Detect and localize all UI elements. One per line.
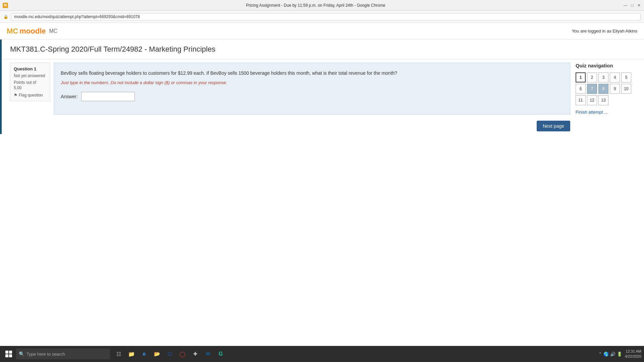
window-controls: — □ ✕	[623, 3, 641, 8]
content-body: Question 1 Not yet answered Points out o…	[0, 59, 644, 118]
grammarly-icon[interactable]: G	[215, 348, 227, 360]
nav-btn-2[interactable]: 2	[587, 72, 597, 82]
flag-label: Flag question	[19, 93, 43, 98]
points-value: 5.00	[14, 85, 47, 90]
taskbar-search[interactable]: 🔍 Type here to search	[16, 349, 110, 359]
calculator-icon[interactable]: ✚	[189, 348, 201, 360]
answer-label: Answer:	[61, 94, 78, 99]
next-page-button[interactable]: Next page	[537, 121, 570, 131]
windows-icon	[5, 351, 12, 357]
lock-icon: 🔒	[3, 14, 8, 19]
maximize-button[interactable]: □	[630, 3, 635, 8]
next-page-row: Next page	[0, 118, 644, 134]
taskbar: 🔍 Type here to search ☷ 📁 e 📂 ⬡ ◯ ✚ ✉ G	[0, 346, 644, 362]
question-hint: Just type in the numbers. Do not include…	[61, 80, 563, 85]
nav-btn-4[interactable]: 4	[610, 72, 620, 82]
flag-icon: ⚑	[14, 93, 17, 98]
question-sidebar: Question 1 Not yet answered Points out o…	[10, 63, 50, 115]
volume-icon[interactable]: 🔊	[610, 352, 615, 357]
logo-moodle-text: moodle	[19, 27, 46, 36]
moodle-logo: MCmoodle MC	[7, 27, 57, 36]
flag-question-btn[interactable]: ⚑ Flag question	[14, 93, 47, 98]
points-label: Points out of	[14, 80, 47, 85]
user-info: You are logged in as Eliyah Atkins	[572, 28, 637, 34]
file-explorer-icon[interactable]: 📁	[125, 348, 138, 360]
question-text: BevBoy sells floating beverage holders t…	[61, 70, 563, 77]
logo-suffix: MC	[49, 28, 57, 34]
browser-title-bar: M Pricing Assignment - Due by 11:59 p.m.…	[0, 0, 644, 11]
answer-row: Answer:	[61, 92, 563, 101]
nav-btn-10[interactable]: 10	[621, 84, 631, 94]
browser-title: Pricing Assignment - Due by 11:59 p.m. o…	[11, 3, 621, 8]
nav-btn-12[interactable]: 12	[587, 95, 597, 105]
taskbar-icons: ☷ 📁 e 📂 ⬡ ◯ ✚ ✉ G	[113, 348, 227, 360]
start-button[interactable]	[3, 348, 15, 360]
system-tray-icons: ⌃ 🌎 🔊 🔋	[598, 352, 622, 357]
moodle-header: MCmoodle MC You are logged in as Eliyah …	[0, 23, 644, 40]
clock-date: 4/22/2020	[625, 354, 641, 359]
chevron-up-icon[interactable]: ⌃	[598, 352, 602, 357]
nav-btn-13[interactable]: 13	[598, 95, 608, 105]
quiz-nav-grid: 1 2 3 4 5 6 7 8 9 10 11 12 13	[576, 72, 637, 105]
question-content-area: BevBoy sells floating beverage holders t…	[54, 63, 570, 115]
search-icon: 🔍	[19, 351, 24, 357]
nav-btn-11[interactable]: 11	[576, 95, 586, 105]
nav-btn-8[interactable]: 8	[598, 84, 608, 94]
nav-btn-9[interactable]: 9	[610, 84, 620, 94]
nav-btn-3[interactable]: 3	[598, 72, 608, 82]
question-number-value: 1	[34, 66, 36, 71]
network-icon[interactable]: 🌎	[603, 352, 609, 357]
clock-time: 12:31 AM	[625, 349, 641, 354]
answer-input[interactable]	[81, 92, 135, 101]
question-status: Not yet answered	[14, 73, 47, 78]
system-clock: 12:31 AM 4/22/2020	[625, 349, 641, 359]
nav-btn-6[interactable]: 6	[576, 84, 586, 94]
address-input[interactable]	[11, 13, 641, 20]
close-button[interactable]: ✕	[637, 3, 641, 8]
file-manager-icon[interactable]: 📂	[151, 348, 163, 360]
taskbar-right: ⌃ 🌎 🔊 🔋 12:31 AM 4/22/2020	[598, 349, 641, 359]
course-title: MKT381.C-Spring 2020/Full Term/24982 - M…	[0, 40, 644, 59]
dropbox-icon[interactable]: ⬡	[164, 348, 176, 360]
logo-mc-text: MC	[7, 27, 18, 36]
left-col: Question 1 Not yet answered Points out o…	[10, 63, 570, 115]
search-placeholder: Type here to search	[26, 352, 65, 357]
left-accent-bar	[0, 40, 2, 134]
nav-btn-5[interactable]: 5	[621, 72, 631, 82]
nav-btn-7[interactable]: 7	[587, 84, 597, 94]
question-number: Question 1	[14, 66, 47, 71]
edge-icon[interactable]: e	[138, 348, 150, 360]
nav-btn-1[interactable]: 1	[576, 72, 586, 82]
chrome-icon[interactable]: ◯	[176, 348, 189, 360]
right-col: Quiz navigation 1 2 3 4 5 6 7 8 9 10 11 …	[570, 63, 637, 115]
quiz-nav-title: Quiz navigation	[576, 63, 637, 68]
finish-attempt-link[interactable]: Finish attempt ...	[576, 110, 608, 115]
minimize-button[interactable]: —	[623, 3, 628, 8]
address-bar: 🔒	[0, 11, 644, 23]
task-view-icon[interactable]: ☷	[113, 348, 125, 360]
browser-favicon: M	[3, 3, 8, 8]
battery-icon[interactable]: 🔋	[617, 352, 622, 357]
mail-icon[interactable]: ✉	[202, 348, 214, 360]
question-info-box: Question 1 Not yet answered Points out o…	[10, 63, 50, 101]
